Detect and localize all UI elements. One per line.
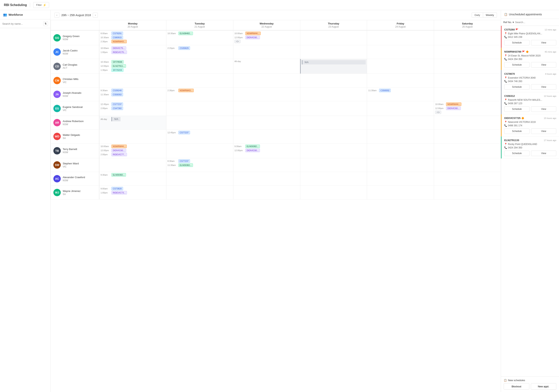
orange-flag-icon: 🔶 bbox=[521, 117, 524, 120]
appt-tag[interactable]: NSWRW43... bbox=[112, 40, 127, 43]
wednesday-cell bbox=[233, 45, 300, 59]
appt-tag[interactable]: RIDEVIC77... bbox=[112, 153, 127, 156]
friday-cell bbox=[367, 186, 434, 199]
appt-tag[interactable]: NSWRW44... bbox=[446, 103, 461, 106]
schedule-button[interactable]: Schedule bbox=[504, 84, 530, 90]
thursday-cell bbox=[300, 45, 367, 59]
appt-time: 2:30pm bbox=[101, 40, 111, 43]
appt-tag[interactable]: CS77237 bbox=[178, 159, 190, 163]
monday-cell: 10:00am NSWRW44... 12:00pm DIDIVIC60... … bbox=[99, 143, 166, 158]
appt-tag[interactable]: DIDIVIC60... bbox=[245, 149, 260, 152]
view-button[interactable]: View bbox=[531, 129, 556, 134]
appt-tag[interactable]: CS77237 bbox=[178, 131, 190, 134]
monday-cell: All-day N/A bbox=[99, 116, 166, 130]
appt-time: 10:00am bbox=[435, 103, 445, 105]
worker-info: Carl Douglas ACT bbox=[63, 63, 77, 69]
red-flag-icon: 🚩 bbox=[515, 28, 518, 31]
appt-tag[interactable]: CS80915 bbox=[112, 36, 123, 39]
appt-tag[interactable]: CS35829 bbox=[178, 46, 190, 50]
worker-info: Christian Mills VIC bbox=[63, 78, 78, 84]
wednesday-cell: All-day bbox=[233, 59, 300, 74]
view-button[interactable]: View bbox=[531, 40, 556, 46]
appt-tag[interactable]: DIDIVIC60... bbox=[245, 36, 260, 39]
filter-button[interactable]: Filter ⚡ bbox=[33, 2, 49, 8]
phone-icon: 📞 bbox=[504, 102, 507, 105]
worker-location: NSW bbox=[63, 52, 78, 55]
appt-tag[interactable]: CS58302 bbox=[379, 89, 391, 92]
appt-tag[interactable]: ELN59382... bbox=[178, 163, 193, 167]
new-appt-button[interactable]: New appt. bbox=[531, 383, 557, 390]
appt-address: 📍 Essendon VICTORIA 3040 bbox=[504, 76, 556, 79]
appt-time: 2:30pm bbox=[168, 89, 177, 92]
appt-tag-more[interactable]: +1+ bbox=[234, 40, 241, 43]
appt-phone: 📞 0434 746 283 bbox=[504, 80, 556, 83]
sort-button[interactable]: ⇅ bbox=[43, 21, 48, 26]
worker-location: VIC bbox=[63, 109, 83, 112]
tuesday-cell: 12:45pm CS77237 bbox=[166, 130, 233, 143]
appt-time: 12:45pm bbox=[168, 131, 177, 134]
appt-tag[interactable]: ELN59382... bbox=[245, 145, 260, 148]
thursday-cell bbox=[300, 101, 367, 116]
appt-tag[interactable]: CS79291 bbox=[112, 32, 123, 35]
saturday-cell bbox=[434, 45, 501, 59]
avatar: WD bbox=[53, 133, 61, 140]
appt-tag[interactable]: NSWRW44... bbox=[112, 145, 127, 148]
phone-icon: 📞 bbox=[504, 146, 507, 149]
thursday-header: Thursday 23 August bbox=[300, 20, 367, 30]
appt-tag[interactable]: RIDEVIC73... bbox=[112, 191, 127, 195]
appointment-slot: 2:30pm NSWRW43... bbox=[101, 40, 165, 43]
appt-address: 📍 Eight Mile Plains QUEENSLAN... bbox=[504, 32, 556, 35]
view-button[interactable]: View bbox=[531, 62, 556, 67]
worker-info: Terry Barnett NSW bbox=[63, 148, 77, 154]
bottom-btns: Blockout New appt. bbox=[504, 383, 556, 390]
schedule-button[interactable]: Schedule bbox=[504, 150, 530, 156]
appt-tag[interactable]: CS39240 bbox=[112, 89, 123, 92]
appt-tag[interactable]: CS77237 bbox=[112, 103, 123, 106]
worker-info: Stephen Ward VIC bbox=[63, 162, 79, 168]
appt-tag[interactable]: CS73820 bbox=[112, 187, 123, 190]
blockout-button[interactable]: Blockout bbox=[504, 383, 529, 390]
appt-tag[interactable]: CS58302 bbox=[112, 93, 123, 96]
view-button[interactable]: View bbox=[531, 150, 556, 156]
appt-phone: 📞 0424 294 350 bbox=[504, 58, 556, 61]
tuesday-label: Tuesday bbox=[169, 22, 231, 25]
appt-tag[interactable]: ELN27911... bbox=[112, 64, 126, 68]
schedule-button[interactable]: Schedule bbox=[504, 62, 530, 67]
prev-button[interactable]: ‹ bbox=[54, 13, 59, 18]
appt-tag[interactable]: CS47382 bbox=[112, 107, 123, 110]
friday-cell bbox=[367, 101, 434, 116]
left-panel: 👥 Workforce ⇅ bbox=[0, 10, 50, 392]
appt-tag[interactable]: GFI78566 bbox=[112, 60, 124, 64]
schedule-button[interactable]: Schedule bbox=[504, 106, 530, 112]
appt-tag[interactable]: NSWRW44... bbox=[245, 32, 261, 35]
appt-tag[interactable]: DIDIVIC60... bbox=[446, 107, 461, 110]
schedule-button[interactable]: Schedule bbox=[504, 129, 530, 134]
appt-tag[interactable]: DIDIVIC75... bbox=[112, 46, 126, 50]
appt-tag[interactable]: NSWRW43... bbox=[178, 89, 194, 92]
table-row: CM Christian Mills VIC bbox=[50, 74, 501, 87]
view-button[interactable]: View bbox=[531, 106, 556, 112]
address-text: Essendon VICTORIA 3040 bbox=[508, 76, 536, 79]
appt-tag[interactable]: DIDIVIC60... bbox=[112, 149, 126, 152]
view-button[interactable]: View bbox=[531, 84, 556, 90]
daily-view-button[interactable]: Daily bbox=[472, 12, 483, 18]
worker-label: AC Alexander Crawford NSW bbox=[51, 172, 99, 186]
appt-tag[interactable]: ELN38482... bbox=[178, 32, 193, 35]
grid-header: Monday 20 August Tuesday 21 August Wedne… bbox=[50, 20, 501, 30]
appointment-slot: 1:00pm RIDEVIC75... bbox=[101, 50, 165, 54]
worker-location: NSW bbox=[63, 123, 84, 126]
weekly-view-button[interactable]: Weekly bbox=[483, 12, 497, 18]
worker-info: Gregory Green NSW bbox=[63, 35, 80, 41]
appt-tag[interactable]: ELN59382... bbox=[112, 173, 126, 177]
table-row: WJ Wayne Jimenez SA 9:00am CS73820 1:00p… bbox=[50, 186, 501, 199]
search-input[interactable] bbox=[2, 22, 42, 25]
ref-dropdown[interactable]: Ref No. ▾ bbox=[503, 21, 514, 24]
appt-tag[interactable]: RIDEVIC75... bbox=[112, 50, 127, 54]
appointment-slot: 2:30pm NSWRW43... bbox=[168, 89, 232, 92]
thursday-cell bbox=[300, 87, 367, 101]
appt-tag[interactable]: SFI78203 bbox=[112, 68, 123, 72]
appt-tag-more[interactable]: +1+ bbox=[435, 111, 441, 114]
next-button[interactable]: › bbox=[93, 13, 98, 18]
ref-search-input[interactable] bbox=[515, 21, 557, 24]
schedule-button[interactable]: Schedule bbox=[504, 40, 530, 46]
